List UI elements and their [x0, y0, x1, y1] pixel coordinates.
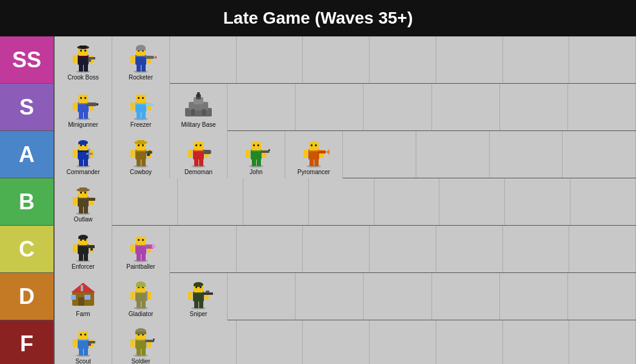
empty-cell [569, 226, 636, 272]
empty-cell [374, 178, 440, 225]
empty-cell [503, 226, 570, 272]
empty-cell [370, 226, 436, 272]
item-cell-commander[interactable]: Commander [55, 131, 112, 178]
svg-rect-85 [142, 144, 144, 146]
tier-row-s: S Minigunner [0, 84, 636, 131]
empty-cell [370, 36, 436, 83]
item-cell-minigunner[interactable]: Minigunner [55, 84, 112, 131]
item-cell-john[interactable]: John [228, 131, 285, 178]
svg-rect-207 [84, 334, 86, 335]
item-cell-paintballer[interactable]: Paintballer [112, 226, 170, 273]
svg-rect-120 [309, 142, 319, 150]
svg-rect-67 [86, 153, 93, 155]
svg-rect-161 [142, 239, 144, 241]
tier-content-d: Farm Gladiator [55, 273, 636, 320]
svg-rect-12 [80, 46, 87, 49]
tier-list-container: Late Game (Waves 35+) SS Crook Boss [0, 0, 636, 364]
item-cell-soldier[interactable]: Soldier [112, 320, 170, 364]
tier-content-ss: Crook Boss Rocketer [55, 36, 636, 83]
item-label-john: John [249, 169, 263, 176]
item-cell-outlaw[interactable]: Outlaw [55, 178, 112, 226]
item-cell-demoman[interactable]: Demoman [170, 131, 228, 178]
svg-rect-203 [88, 341, 95, 343]
pyromancer-icon [297, 136, 331, 168]
svg-rect-110 [257, 144, 259, 146]
svg-rect-166 [81, 285, 83, 291]
tier-row-b: B Outlaw [0, 178, 636, 226]
item-label-pyromancer: Pyromancer [297, 169, 330, 176]
item-cell-military-base[interactable]: Military Base [170, 84, 228, 131]
svg-rect-87 [137, 140, 144, 143]
empty-cell [568, 84, 636, 130]
svg-rect-128 [73, 197, 77, 205]
gladiator-icon [124, 278, 158, 310]
svg-rect-13 [78, 56, 89, 57]
svg-rect-107 [268, 149, 270, 151]
svg-rect-123 [308, 150, 319, 152]
svg-rect-98 [200, 144, 201, 146]
empty-cell [570, 178, 636, 225]
svg-rect-190 [206, 291, 209, 293]
item-cell-rocketer[interactable]: Rocketer [112, 36, 170, 84]
empty-cell [343, 131, 416, 178]
empty-cell [170, 36, 237, 83]
svg-rect-7 [88, 59, 91, 62]
item-cell-cowboy[interactable]: Cowboy [112, 131, 170, 178]
minigunner-icon [67, 89, 100, 121]
item-cell-gladiator[interactable]: Gladiator [112, 273, 170, 320]
svg-rect-9 [80, 50, 82, 52]
item-label-paintballer: Paintballer [126, 263, 155, 271]
item-cell-enforcer[interactable]: Enforcer [55, 226, 112, 273]
item-cell-freezer[interactable]: Freezer [112, 84, 170, 131]
john-icon [240, 136, 273, 168]
svg-rect-132 [80, 192, 82, 194]
tier-label-a: A [0, 131, 55, 178]
svg-rect-213 [130, 339, 135, 347]
item-cell-farm[interactable]: Farm [55, 273, 112, 320]
svg-rect-48 [136, 95, 146, 103]
tier-content-c: Enforcer Paintballer [55, 226, 636, 272]
item-label-rocketer: Rocketer [129, 74, 153, 81]
empty-cell [439, 178, 505, 225]
svg-rect-51 [135, 103, 146, 104]
svg-rect-116 [303, 150, 308, 158]
svg-rect-96 [194, 142, 203, 150]
empty-cell [303, 320, 370, 364]
empty-cell [569, 320, 636, 364]
item-cell-crook-boss[interactable]: Crook Boss [55, 36, 112, 84]
empty-cell [296, 273, 364, 320]
empty-cell [364, 84, 431, 130]
svg-rect-97 [195, 144, 197, 146]
tier-label-s: S [0, 84, 55, 130]
item-label-outlaw: Outlaw [73, 216, 92, 223]
empty-cell [503, 320, 570, 364]
svg-rect-37 [78, 95, 88, 103]
svg-rect-4 [73, 55, 77, 63]
item-cell-sniper[interactable]: Sniper [170, 273, 228, 320]
empty-cell [228, 84, 296, 130]
item-label-crook-boss: Crook Boss [67, 74, 99, 81]
freezer-icon [124, 89, 158, 121]
tier-label-f: F [0, 320, 55, 364]
item-label-commander: Commander [66, 169, 100, 176]
item-cell-pyromancer[interactable]: Pyromancer [285, 131, 343, 178]
item-label-enforcer: Enforcer [72, 263, 95, 271]
svg-rect-160 [138, 239, 140, 241]
tier-row-a: A Commander [0, 131, 636, 178]
item-label-freezer: Freezer [130, 121, 151, 129]
tier-label-d: D [0, 273, 55, 320]
svg-rect-165 [78, 297, 84, 306]
empty-cell [569, 36, 636, 83]
svg-rect-182 [135, 292, 146, 294]
empty-cell [490, 131, 563, 178]
item-cell-scout[interactable]: Scout [55, 320, 112, 364]
empty-cell [243, 178, 309, 225]
empty-cell [237, 226, 303, 272]
empty-cell [436, 36, 503, 83]
svg-rect-56 [191, 109, 195, 115]
tier-content-f: Scout Soldier [55, 320, 636, 364]
svg-rect-196 [193, 292, 204, 294]
tier-row-f: F Scout [0, 320, 636, 364]
military-base-icon [182, 89, 215, 121]
sniper-icon [182, 278, 215, 310]
